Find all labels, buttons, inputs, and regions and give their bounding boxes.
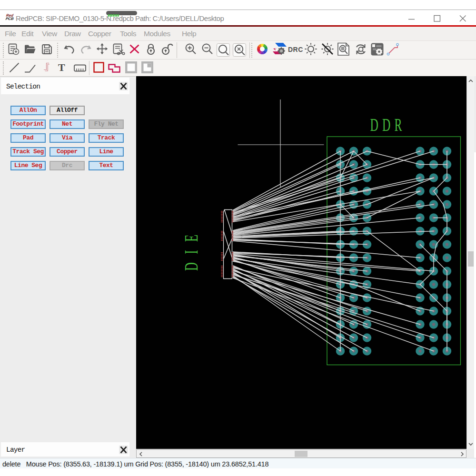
svg-text:DIE: DIE <box>180 227 201 271</box>
svg-text:DDR: DDR <box>370 115 406 135</box>
